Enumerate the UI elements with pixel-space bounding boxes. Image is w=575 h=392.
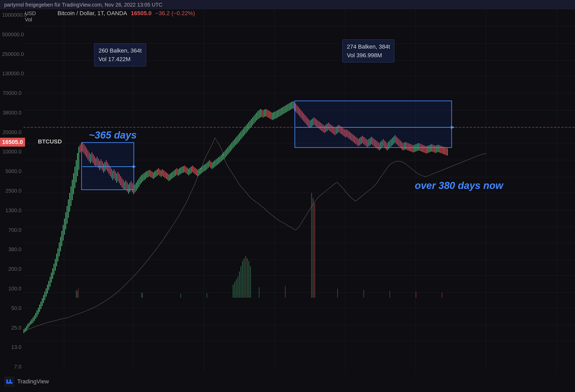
blue-rect-2022	[295, 101, 452, 148]
svg-rect-357	[237, 277, 238, 298]
svg-rect-196	[242, 130, 243, 138]
svg-rect-184	[226, 149, 227, 156]
svg-rect-42	[41, 302, 41, 309]
svg-rect-372	[141, 292, 142, 298]
svg-rect-64	[69, 193, 70, 212]
svg-rect-170	[208, 162, 209, 168]
y-label-13: 200.0	[2, 266, 21, 272]
svg-rect-233	[290, 102, 291, 110]
svg-rect-234	[291, 102, 292, 109]
annotation-2022-title: 274 Balken, 384t	[347, 42, 390, 51]
pair-label: Bitcoin / Dollar, 1T, OANDA	[58, 10, 127, 17]
y-label-10: 1300.0	[2, 207, 21, 214]
svg-rect-169	[206, 163, 207, 169]
svg-rect-351	[444, 147, 445, 155]
svg-rect-192	[237, 136, 237, 144]
svg-rect-193	[238, 135, 239, 142]
svg-rect-129	[154, 171, 155, 178]
svg-rect-145	[175, 169, 176, 176]
candles-2019	[135, 165, 205, 192]
svg-rect-134	[161, 170, 162, 177]
svg-rect-162	[197, 170, 198, 176]
svg-rect-37	[34, 315, 35, 321]
svg-rect-178	[218, 157, 219, 164]
svg-rect-168	[205, 164, 206, 171]
svg-rect-36	[33, 317, 33, 322]
svg-rect-62	[67, 206, 67, 224]
svg-rect-58	[61, 231, 62, 246]
svg-rect-63	[68, 199, 69, 218]
svg-rect-352	[446, 148, 446, 155]
svg-rect-53	[55, 259, 56, 271]
svg-rect-165	[201, 167, 202, 173]
svg-rect-69	[76, 160, 77, 182]
svg-rect-373	[142, 293, 143, 298]
svg-rect-358	[239, 272, 240, 298]
y-label-17: 13.0	[2, 344, 21, 350]
svg-rect-374	[180, 294, 181, 298]
svg-rect-154	[187, 168, 188, 174]
svg-rect-382	[442, 292, 442, 298]
svg-rect-153	[186, 167, 186, 173]
svg-rect-197	[243, 128, 244, 136]
svg-rect-232	[289, 103, 290, 111]
y-label-3: 130000.0	[2, 71, 21, 77]
vol-label: Vol	[25, 17, 32, 23]
svg-rect-375	[206, 293, 207, 298]
svg-rect-57	[60, 237, 61, 251]
y-label-11: 700.0	[2, 227, 21, 233]
svg-rect-122	[145, 172, 146, 179]
svg-rect-47	[47, 285, 48, 293]
svg-rect-123	[146, 171, 147, 178]
svg-rect-124	[148, 171, 148, 177]
svg-rect-190	[234, 139, 235, 147]
svg-rect-144	[174, 170, 175, 177]
svg-rect-35	[31, 319, 32, 324]
svg-rect-40	[38, 308, 39, 314]
svg-rect-146	[176, 168, 177, 175]
annotation-2018-title: 260 Balken, 364t	[99, 46, 142, 55]
svg-rect-142	[171, 172, 172, 179]
svg-rect-226	[281, 108, 282, 115]
svg-rect-229	[285, 106, 286, 113]
tradingview-logo-icon	[4, 376, 15, 387]
svg-rect-54	[56, 254, 57, 266]
svg-rect-156	[189, 168, 190, 174]
svg-rect-355	[234, 282, 235, 298]
svg-rect-132	[158, 168, 159, 175]
svg-rect-365	[250, 266, 251, 298]
svg-rect-174	[213, 162, 214, 168]
svg-rect-209	[259, 110, 260, 118]
svg-rect-224	[278, 109, 279, 117]
svg-rect-39	[37, 310, 37, 317]
y-label-18: 7.0	[2, 364, 21, 370]
svg-rect-56	[59, 243, 60, 256]
svg-rect-71	[78, 147, 79, 170]
svg-rect-370	[77, 291, 78, 298]
svg-rect-139	[167, 174, 168, 180]
annotation-box-2018: 260 Balken, 364t Vol 17.422M	[94, 43, 146, 66]
blue-rect-2018	[82, 142, 134, 190]
svg-rect-223	[277, 110, 278, 118]
svg-rect-181	[222, 154, 223, 160]
svg-rect-359	[240, 266, 242, 298]
svg-rect-187	[230, 144, 231, 151]
svg-rect-356	[236, 279, 237, 298]
svg-rect-65	[71, 186, 71, 206]
svg-rect-207	[256, 113, 257, 120]
svg-rect-210	[260, 109, 261, 117]
svg-rect-231	[288, 104, 288, 111]
price-label: 16505.0	[0, 138, 25, 147]
svg-rect-203	[251, 119, 252, 127]
svg-rect-44	[43, 295, 44, 303]
svg-rect-218	[271, 112, 271, 119]
svg-rect-379	[363, 290, 364, 298]
svg-rect-354	[233, 285, 234, 298]
svg-rect-31	[26, 326, 27, 331]
candles-2016-2017	[24, 143, 82, 333]
y-label-0: 1000000.0	[2, 12, 21, 18]
volume-bars	[76, 193, 442, 298]
svg-rect-200	[247, 124, 248, 131]
svg-rect-378	[337, 289, 338, 298]
svg-rect-222	[276, 111, 277, 118]
